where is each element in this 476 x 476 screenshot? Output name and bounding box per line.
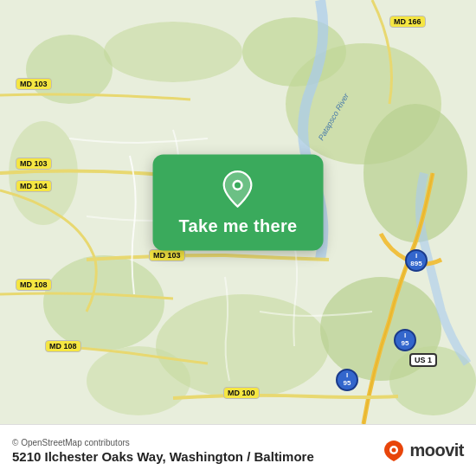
moovit-pin-icon xyxy=(382,439,406,463)
take-me-there-label: Take me there xyxy=(179,216,298,236)
us1-badge: US 1 xyxy=(409,353,437,367)
md103-bot-badge: MD 103 xyxy=(149,249,185,261)
take-me-there-overlay[interactable]: Take me there xyxy=(153,154,324,250)
green-card[interactable]: Take me there xyxy=(153,154,324,250)
md166-badge: MD 166 xyxy=(389,16,426,28)
svg-point-2 xyxy=(363,104,467,242)
moovit-logo: moovit xyxy=(382,439,464,463)
svg-point-3 xyxy=(242,17,346,87)
bottom-bar: © OpenStreetMap contributors 5210 Ilches… xyxy=(0,424,476,476)
svg-point-11 xyxy=(87,346,190,415)
location-pin-icon xyxy=(219,170,257,208)
md104-badge: MD 104 xyxy=(16,180,52,192)
map-container: MD 166 MD 103 MD 103 MD 103 MD 104 MD 10… xyxy=(0,0,476,424)
svg-point-15 xyxy=(392,447,396,452)
i95-badge: I95 xyxy=(394,329,416,351)
svg-point-13 xyxy=(235,182,241,188)
bottom-left: © OpenStreetMap contributors 5210 Ilches… xyxy=(12,438,314,464)
i895-badge: I895 xyxy=(405,249,428,272)
md103-top-badge: MD 103 xyxy=(16,78,52,90)
md100-badge: MD 100 xyxy=(223,387,260,399)
osm-credit: © OpenStreetMap contributors xyxy=(12,438,314,447)
i95-south-badge: I95 xyxy=(336,369,358,391)
md108-top-badge: MD 108 xyxy=(16,279,52,291)
address-text: 5210 Ilchester Oaks Way, Washington / Ba… xyxy=(12,449,314,464)
md103-mid-badge: MD 103 xyxy=(16,158,52,170)
moovit-wordmark: moovit xyxy=(409,441,464,460)
md108-bot-badge: MD 108 xyxy=(45,340,81,352)
svg-point-4 xyxy=(104,22,242,82)
svg-point-7 xyxy=(43,255,164,351)
